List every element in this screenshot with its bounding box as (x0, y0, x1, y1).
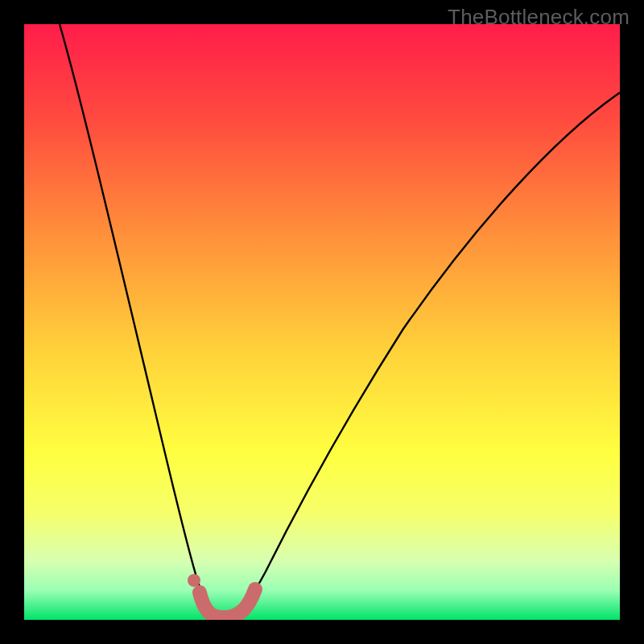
watermark-text: TheBottleneck.com (448, 5, 630, 30)
optimal-marker-dot (188, 574, 200, 587)
heat-background (24, 24, 620, 620)
chart-svg (24, 24, 620, 620)
bottleneck-chart (24, 24, 620, 620)
